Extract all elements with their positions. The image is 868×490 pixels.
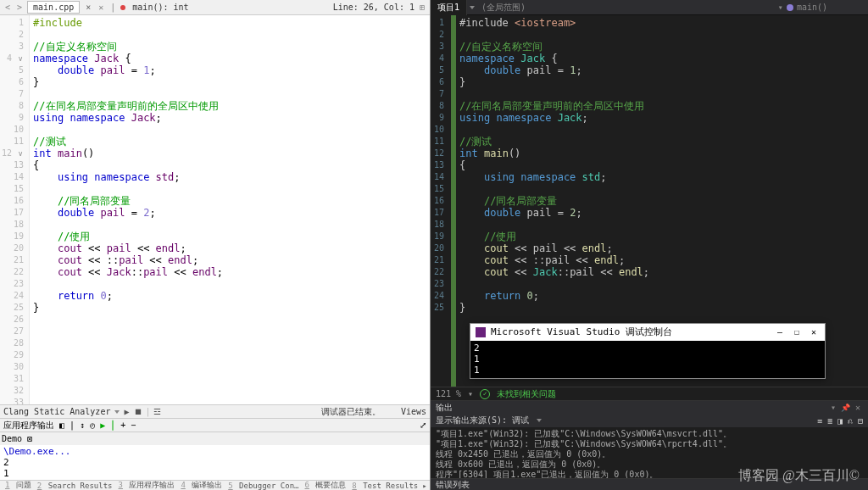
bottom-tab[interactable]: 4 编译输出 xyxy=(177,480,224,490)
nav-fwd-icon[interactable]: > xyxy=(15,3,24,12)
output-source-row: 显示输出来源(S): 调试 ≡ ≣ ◨ ⎌ ⊟ xyxy=(431,414,868,427)
left-toolbar: < > main.cpp × ✕ | main(): int Line: 26,… xyxy=(0,0,430,15)
tb-icon-5[interactable]: ⊟ xyxy=(858,416,863,426)
split-v-icon[interactable]: ⊞ xyxy=(418,3,426,12)
close-icon[interactable]: ✕ xyxy=(853,403,863,412)
nav-back-icon[interactable]: < xyxy=(3,3,12,12)
output-body[interactable]: \Demo.exe...211 xyxy=(0,445,430,480)
console-body[interactable]: 211 xyxy=(470,341,825,378)
output-title[interactable]: 输出 xyxy=(436,402,453,414)
output-panel-header: 输出 ▾ 📌 ✕ xyxy=(431,400,868,414)
breakpoint-icon xyxy=(120,5,125,10)
maximize-button[interactable]: ☐ xyxy=(791,326,803,338)
bottom-tabs: 1 问题2 Search Results3 应用程序输出4 编译输出5 Debu… xyxy=(0,480,430,490)
btn-minus[interactable]: − xyxy=(131,420,136,430)
output-tab-bar: Demo ⊠ xyxy=(0,432,430,445)
minimize-button[interactable]: — xyxy=(774,326,786,338)
stop-icon[interactable]: ⏹ xyxy=(133,407,143,416)
console-titlebar[interactable]: Microsoft Visual Studio 调试控制台 — ☐ ✕ xyxy=(470,324,825,341)
right-toolbar: 项目1 (全局范围) ▾ main() xyxy=(431,0,868,15)
more-icon[interactable]: ▸ xyxy=(420,482,428,490)
dropdown-icon[interactable] xyxy=(114,410,120,414)
analyzer-label[interactable]: Clang Static Analyzer xyxy=(3,407,110,416)
function-crumb[interactable]: main(): int xyxy=(129,3,192,12)
tb-icon-2[interactable]: ≣ xyxy=(827,416,832,426)
output-source-value[interactable]: 调试 xyxy=(512,415,529,426)
tb-icon-3[interactable]: ◨ xyxy=(837,416,843,426)
demo-tab[interactable]: Demo ⊠ xyxy=(2,434,32,443)
line-gutter: 1234567891011121314151617181920212223242… xyxy=(431,15,451,387)
right-status-bar: 121 % ▾ ✓ 未找到相关问题 xyxy=(431,387,868,400)
scope-crumb[interactable]: (全局范围) xyxy=(475,2,532,14)
close-button[interactable]: ✕ xyxy=(808,326,820,338)
left-status-bar: Clang Static Analyzer ▶ ⏹ | ☲ 调试器已结束。 Vi… xyxy=(0,404,430,418)
check-icon: ✓ xyxy=(480,389,490,399)
bottom-tab[interactable]: 3 应用程序输出 xyxy=(115,480,177,490)
bottom-tab[interactable]: 6 概要信息 xyxy=(302,480,348,490)
function-crumb[interactable]: ▾ main() xyxy=(771,3,834,12)
zoom-level[interactable]: 121 % xyxy=(436,389,461,398)
file-tab[interactable]: main.cpp xyxy=(27,1,80,14)
split-icon[interactable]: ✕ xyxy=(97,3,105,12)
output-source-label: 显示输出来源(S): xyxy=(436,415,507,426)
project-tab[interactable]: 项目1 xyxy=(431,0,467,15)
btn-3[interactable]: ◴ xyxy=(90,420,95,430)
left-code-editor[interactable]: 1 2 3 4 v5 6 7 8 9 10 11 12 v13 14 15 16… xyxy=(0,15,430,404)
close-tab-button[interactable]: × xyxy=(83,3,93,12)
debug-console-window[interactable]: Microsoft Visual Studio 调试控制台 — ☐ ✕ 211 xyxy=(470,323,826,379)
tb-icon-1[interactable]: ≡ xyxy=(817,416,822,426)
status-message: 调试器已结束。 xyxy=(321,406,381,418)
no-issues-label: 未找到相关问题 xyxy=(497,388,556,400)
output-title-bar: 应用程序输出 ◧ | ↕ ◴ ▶ ⎮ + − ⤢ xyxy=(0,418,430,432)
output-title: 应用程序输出 xyxy=(3,420,54,432)
views-link[interactable]: Views xyxy=(401,407,426,416)
btn-plus[interactable]: + xyxy=(120,420,125,430)
symbol-icon xyxy=(787,4,793,11)
console-title: Microsoft Visual Studio 调试控制台 xyxy=(491,326,672,338)
bottom-tab[interactable]: 2 Search Results xyxy=(34,482,114,490)
vs-logo-icon xyxy=(476,327,486,337)
tb-icon-4[interactable]: ⎌ xyxy=(848,416,853,426)
dropdown-icon[interactable] xyxy=(537,419,542,422)
cursor-position: Line: 26, Col: 1 xyxy=(333,3,415,12)
bottom-tab[interactable]: 5 Debugger Con… xyxy=(225,482,300,490)
left-editor-pane: < > main.cpp × ✕ | main(): int Line: 26,… xyxy=(0,0,431,490)
run-play-icon[interactable]: ▶ xyxy=(100,420,105,430)
pin-icon[interactable]: 📌 xyxy=(838,404,853,412)
right-editor-pane: 项目1 (全局范围) ▾ main() 12345678910111213141… xyxy=(431,0,868,490)
output-panel-body[interactable]: "项目1.exe"(Win32): 已加载"C:\Windows\SysWOW6… xyxy=(431,427,868,478)
error-list-header[interactable]: 错误列表 xyxy=(431,478,868,490)
bottom-tab[interactable]: 8 Test Results xyxy=(348,482,420,490)
right-code-editor[interactable]: 1234567891011121314151617181920212223242… xyxy=(431,15,868,387)
dropdown-icon[interactable]: ▾ xyxy=(828,403,838,412)
line-gutter: 1 2 3 4 v5 6 7 8 9 10 11 12 v13 14 15 16… xyxy=(0,15,30,404)
expand-icon[interactable]: ⤢ xyxy=(420,420,426,430)
filter-icon[interactable]: ☲ xyxy=(152,407,162,416)
btn-2[interactable]: ↕ xyxy=(80,420,85,430)
bottom-tab[interactable]: 1 问题 xyxy=(2,480,33,490)
run-vert-icon[interactable]: ⎮ xyxy=(110,420,115,430)
btn-1[interactable]: ◧ xyxy=(59,420,64,430)
play-icon[interactable]: ▶ xyxy=(121,407,131,416)
